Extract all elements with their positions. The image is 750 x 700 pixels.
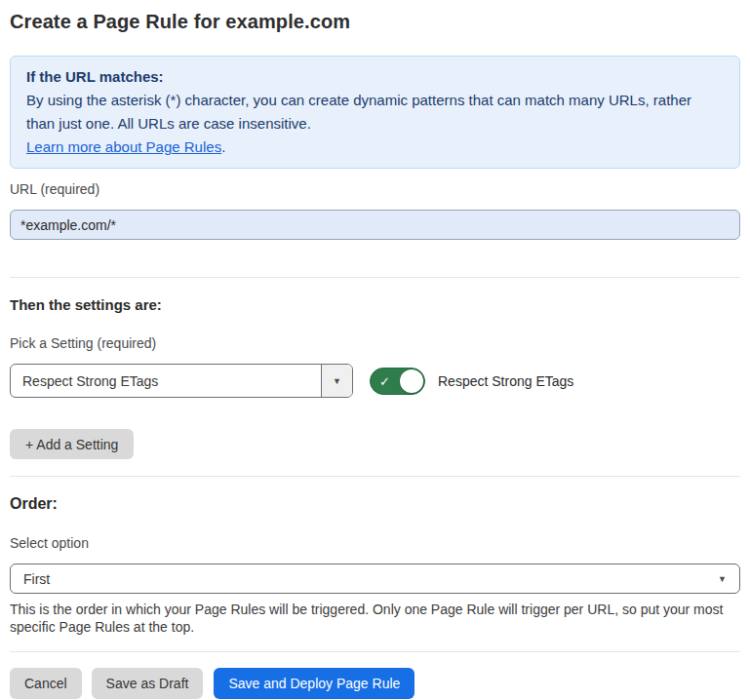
caret-down-icon: ▼ xyxy=(718,574,727,584)
url-input[interactable] xyxy=(10,210,740,240)
save-draft-button[interactable]: Save as Draft xyxy=(92,668,204,699)
cancel-button[interactable]: Cancel xyxy=(10,668,82,699)
create-page-rule-form: Create a Page Rule for example.com If th… xyxy=(0,0,750,700)
info-box-body: By using the asterisk (*) character, you… xyxy=(26,89,724,136)
caret-down-icon: ▼ xyxy=(333,376,341,386)
footer-actions: Cancel Save as Draft Save and Deploy Pag… xyxy=(10,668,740,699)
link-suffix: . xyxy=(221,138,225,155)
toggle-label: Respect Strong ETags xyxy=(438,373,573,389)
add-setting-button[interactable]: + Add a Setting xyxy=(10,429,134,459)
order-heading: Order: xyxy=(10,495,740,513)
check-icon: ✓ xyxy=(379,374,390,387)
select-option-label: Select option xyxy=(10,535,740,552)
learn-more-link[interactable]: Learn more about Page Rules xyxy=(26,138,221,155)
order-select-value: First xyxy=(23,571,50,587)
order-select[interactable]: First ▼ xyxy=(10,564,740,594)
url-label: URL (required) xyxy=(10,181,740,198)
divider xyxy=(10,476,740,477)
setting-select-value: Respect Strong ETags xyxy=(11,365,321,397)
etags-toggle[interactable]: ✓ xyxy=(370,368,425,395)
url-match-info-box: If the URL matches: By using the asteris… xyxy=(10,56,740,169)
setting-select-arrow-button[interactable]: ▼ xyxy=(321,365,352,397)
setting-select[interactable]: Respect Strong ETags ▼ xyxy=(10,364,353,398)
order-help-text: This is the order in which your Page Rul… xyxy=(10,601,736,636)
toggle-knob xyxy=(400,369,423,393)
setting-row: Respect Strong ETags ▼ ✓ Respect Strong … xyxy=(10,364,740,398)
info-box-link-line: Learn more about Page Rules. xyxy=(26,136,724,159)
divider xyxy=(10,277,740,278)
settings-heading: Then the settings are: xyxy=(10,296,740,314)
page-title: Create a Page Rule for example.com xyxy=(10,8,740,35)
divider xyxy=(10,651,740,652)
info-box-heading: If the URL matches: xyxy=(26,65,724,89)
pick-setting-label: Pick a Setting (required) xyxy=(10,335,740,352)
save-deploy-button[interactable]: Save and Deploy Page Rule xyxy=(214,668,414,699)
